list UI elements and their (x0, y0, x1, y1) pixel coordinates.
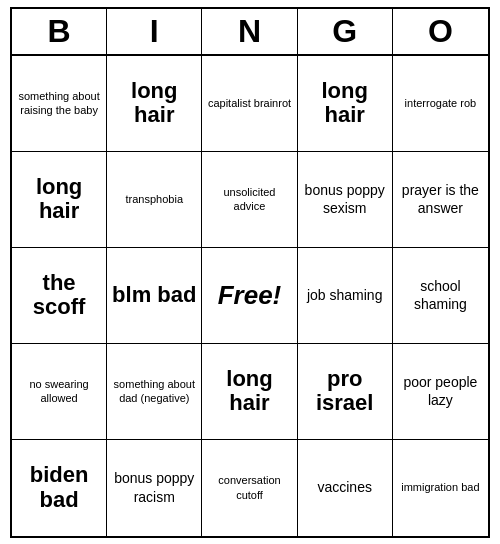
header-letter: G (298, 9, 393, 54)
cell-text: immigration bad (397, 480, 484, 494)
cell-text: long hair (16, 175, 102, 223)
bingo-cell: school shaming (393, 248, 488, 344)
cell-text: prayer is the answer (397, 181, 484, 217)
bingo-cell: long hair (107, 56, 202, 152)
bingo-cell: immigration bad (393, 440, 488, 536)
bingo-header: BINGO (12, 9, 488, 56)
bingo-cell: long hair (12, 152, 107, 248)
header-letter: O (393, 9, 488, 54)
cell-text: bonus poppy racism (111, 469, 197, 505)
header-letter: B (12, 9, 107, 54)
bingo-cell: blm bad (107, 248, 202, 344)
cell-text: unsolicited advice (206, 185, 292, 214)
bingo-cell: conversation cutoff (202, 440, 297, 536)
cell-text: biden bad (16, 463, 102, 511)
cell-text: transphobia (111, 192, 197, 206)
bingo-cell: bonus poppy sexism (298, 152, 393, 248)
cell-text: bonus poppy sexism (302, 181, 388, 217)
bingo-cell: poor people lazy (393, 344, 488, 440)
bingo-cell: long hair (202, 344, 297, 440)
cell-text: the scoff (16, 271, 102, 319)
bingo-cell: long hair (298, 56, 393, 152)
bingo-cell: the scoff (12, 248, 107, 344)
cell-text: no swearing allowed (16, 377, 102, 406)
bingo-cell: vaccines (298, 440, 393, 536)
bingo-cell: transphobia (107, 152, 202, 248)
bingo-cell: pro israel (298, 344, 393, 440)
cell-text: vaccines (302, 478, 388, 496)
cell-text: long hair (302, 79, 388, 127)
cell-text: long hair (111, 79, 197, 127)
cell-text: job shaming (302, 286, 388, 304)
bingo-cell: bonus poppy racism (107, 440, 202, 536)
bingo-cell: job shaming (298, 248, 393, 344)
bingo-cell: no swearing allowed (12, 344, 107, 440)
bingo-card: BINGO something about raising the babylo… (10, 7, 490, 538)
bingo-cell: Free! (202, 248, 297, 344)
header-letter: I (107, 9, 202, 54)
cell-text: something about dad (negative) (111, 377, 197, 406)
bingo-cell: biden bad (12, 440, 107, 536)
cell-text: Free! (206, 280, 292, 311)
bingo-grid: something about raising the babylong hai… (12, 56, 488, 536)
cell-text: poor people lazy (397, 373, 484, 409)
cell-text: conversation cutoff (206, 473, 292, 502)
cell-text: something about raising the baby (16, 89, 102, 118)
header-letter: N (202, 9, 297, 54)
bingo-cell: something about raising the baby (12, 56, 107, 152)
bingo-cell: capitalist brainrot (202, 56, 297, 152)
bingo-cell: interrogate rob (393, 56, 488, 152)
bingo-cell: something about dad (negative) (107, 344, 202, 440)
cell-text: school shaming (397, 277, 484, 313)
bingo-cell: prayer is the answer (393, 152, 488, 248)
cell-text: pro israel (302, 367, 388, 415)
bingo-cell: unsolicited advice (202, 152, 297, 248)
cell-text: interrogate rob (397, 96, 484, 110)
cell-text: blm bad (111, 283, 197, 307)
cell-text: long hair (206, 367, 292, 415)
cell-text: capitalist brainrot (206, 96, 292, 110)
